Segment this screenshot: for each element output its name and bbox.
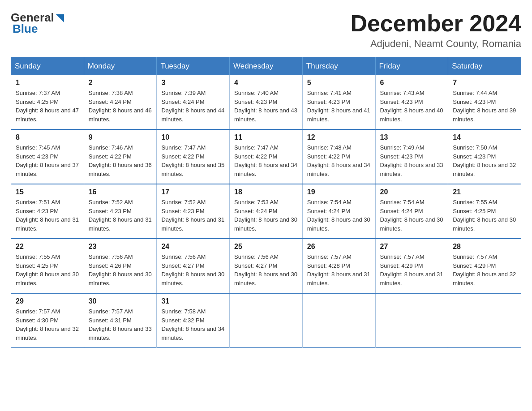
day-number: 2 <box>89 79 152 87</box>
calendar-day-cell: 23 Sunrise: 7:56 AM Sunset: 4:26 PM Dayl… <box>84 239 157 293</box>
day-number: 16 <box>89 188 152 196</box>
day-number: 24 <box>161 243 225 251</box>
day-number: 6 <box>380 79 444 87</box>
calendar-day-cell: 21 Sunrise: 7:55 AM Sunset: 4:25 PM Dayl… <box>448 184 521 239</box>
calendar-day-cell: 8 Sunrise: 7:45 AM Sunset: 4:23 PM Dayli… <box>11 129 84 184</box>
calendar-day-header: Tuesday <box>157 57 230 76</box>
day-number: 4 <box>234 79 298 87</box>
calendar-day-cell: 24 Sunrise: 7:56 AM Sunset: 4:27 PM Dayl… <box>157 239 230 293</box>
day-number: 15 <box>16 188 79 196</box>
day-number: 3 <box>161 79 225 87</box>
day-number: 29 <box>16 297 79 305</box>
day-number: 8 <box>16 133 79 141</box>
day-info: Sunrise: 7:46 AM Sunset: 4:22 PM Dayligh… <box>89 143 152 178</box>
calendar-table: SundayMondayTuesdayWednesdayThursdayFrid… <box>11 57 521 348</box>
day-number: 10 <box>161 133 225 141</box>
calendar-day-cell: 13 Sunrise: 7:49 AM Sunset: 4:23 PM Dayl… <box>375 129 448 184</box>
day-info: Sunrise: 7:54 AM Sunset: 4:24 PM Dayligh… <box>307 198 371 233</box>
calendar-day-cell: 19 Sunrise: 7:54 AM Sunset: 4:24 PM Dayl… <box>302 184 375 239</box>
day-info: Sunrise: 7:48 AM Sunset: 4:22 PM Dayligh… <box>307 143 371 178</box>
calendar-day-cell <box>375 293 448 348</box>
day-info: Sunrise: 7:37 AM Sunset: 4:25 PM Dayligh… <box>16 89 79 124</box>
calendar-day-cell: 11 Sunrise: 7:47 AM Sunset: 4:22 PM Dayl… <box>230 129 303 184</box>
calendar-day-cell: 25 Sunrise: 7:56 AM Sunset: 4:27 PM Dayl… <box>230 239 303 293</box>
calendar-day-cell: 20 Sunrise: 7:54 AM Sunset: 4:24 PM Dayl… <box>375 184 448 239</box>
calendar-day-cell: 18 Sunrise: 7:53 AM Sunset: 4:24 PM Dayl… <box>230 184 303 239</box>
day-info: Sunrise: 7:47 AM Sunset: 4:22 PM Dayligh… <box>161 143 225 178</box>
calendar-day-cell: 29 Sunrise: 7:57 AM Sunset: 4:30 PM Dayl… <box>11 293 84 348</box>
day-number: 21 <box>453 188 516 196</box>
calendar-day-cell: 12 Sunrise: 7:48 AM Sunset: 4:22 PM Dayl… <box>302 129 375 184</box>
day-info: Sunrise: 7:54 AM Sunset: 4:24 PM Dayligh… <box>380 198 444 233</box>
calendar-day-cell: 1 Sunrise: 7:37 AM Sunset: 4:25 PM Dayli… <box>11 75 84 129</box>
day-number: 17 <box>161 188 225 196</box>
day-info: Sunrise: 7:49 AM Sunset: 4:23 PM Dayligh… <box>380 143 444 178</box>
day-info: Sunrise: 7:57 AM Sunset: 4:31 PM Dayligh… <box>89 307 152 342</box>
logo-arrow-icon <box>55 13 65 23</box>
calendar-day-cell: 2 Sunrise: 7:38 AM Sunset: 4:24 PM Dayli… <box>84 75 157 129</box>
calendar-week-row: 15 Sunrise: 7:51 AM Sunset: 4:23 PM Dayl… <box>11 184 521 239</box>
calendar-day-cell: 7 Sunrise: 7:44 AM Sunset: 4:23 PM Dayli… <box>448 75 521 129</box>
calendar-week-row: 1 Sunrise: 7:37 AM Sunset: 4:25 PM Dayli… <box>11 75 521 129</box>
day-info: Sunrise: 7:56 AM Sunset: 4:27 PM Dayligh… <box>234 253 298 287</box>
calendar-day-cell: 3 Sunrise: 7:39 AM Sunset: 4:24 PM Dayli… <box>157 75 230 129</box>
day-number: 12 <box>307 133 371 141</box>
day-info: Sunrise: 7:43 AM Sunset: 4:23 PM Dayligh… <box>380 89 444 124</box>
day-info: Sunrise: 7:57 AM Sunset: 4:28 PM Dayligh… <box>307 253 371 287</box>
calendar-day-cell: 15 Sunrise: 7:51 AM Sunset: 4:23 PM Dayl… <box>11 184 84 239</box>
day-info: Sunrise: 7:53 AM Sunset: 4:24 PM Dayligh… <box>234 198 298 233</box>
calendar-day-header: Saturday <box>448 57 521 76</box>
day-info: Sunrise: 7:56 AM Sunset: 4:26 PM Dayligh… <box>89 253 152 287</box>
day-info: Sunrise: 7:38 AM Sunset: 4:24 PM Dayligh… <box>89 89 152 124</box>
day-info: Sunrise: 7:55 AM Sunset: 4:25 PM Dayligh… <box>16 253 79 287</box>
day-info: Sunrise: 7:39 AM Sunset: 4:24 PM Dayligh… <box>161 89 225 124</box>
day-number: 25 <box>234 243 298 251</box>
logo-blue-text: Blue <box>13 22 38 36</box>
month-title: December 2024 <box>350 11 521 36</box>
calendar-day-cell: 27 Sunrise: 7:57 AM Sunset: 4:29 PM Dayl… <box>375 239 448 293</box>
day-number: 20 <box>380 188 444 196</box>
calendar-week-row: 29 Sunrise: 7:57 AM Sunset: 4:30 PM Dayl… <box>11 293 521 348</box>
day-number: 18 <box>234 188 298 196</box>
calendar-day-cell <box>448 293 521 348</box>
day-number: 5 <box>307 79 371 87</box>
calendar-day-header: Sunday <box>11 57 84 76</box>
calendar-day-cell: 4 Sunrise: 7:40 AM Sunset: 4:23 PM Dayli… <box>230 75 303 129</box>
day-info: Sunrise: 7:50 AM Sunset: 4:23 PM Dayligh… <box>453 143 516 178</box>
calendar-header-row: SundayMondayTuesdayWednesdayThursdayFrid… <box>11 57 521 76</box>
calendar-day-cell: 26 Sunrise: 7:57 AM Sunset: 4:28 PM Dayl… <box>302 239 375 293</box>
calendar-day-cell: 28 Sunrise: 7:57 AM Sunset: 4:29 PM Dayl… <box>448 239 521 293</box>
day-info: Sunrise: 7:56 AM Sunset: 4:27 PM Dayligh… <box>161 253 225 287</box>
day-number: 27 <box>380 243 444 251</box>
calendar-day-cell: 17 Sunrise: 7:52 AM Sunset: 4:23 PM Dayl… <box>157 184 230 239</box>
calendar-day-cell: 16 Sunrise: 7:52 AM Sunset: 4:23 PM Dayl… <box>84 184 157 239</box>
day-info: Sunrise: 7:55 AM Sunset: 4:25 PM Dayligh… <box>453 198 516 233</box>
day-number: 23 <box>89 243 152 251</box>
calendar-day-cell: 6 Sunrise: 7:43 AM Sunset: 4:23 PM Dayli… <box>375 75 448 129</box>
calendar-day-cell: 5 Sunrise: 7:41 AM Sunset: 4:23 PM Dayli… <box>302 75 375 129</box>
title-section: December 2024 Adjudeni, Neamt County, Ro… <box>350 11 521 50</box>
svg-marker-0 <box>56 14 64 22</box>
day-number: 19 <box>307 188 371 196</box>
day-number: 30 <box>89 297 152 305</box>
day-info: Sunrise: 7:57 AM Sunset: 4:29 PM Dayligh… <box>453 253 516 287</box>
calendar-day-cell: 14 Sunrise: 7:50 AM Sunset: 4:23 PM Dayl… <box>448 129 521 184</box>
calendar-week-row: 8 Sunrise: 7:45 AM Sunset: 4:23 PM Dayli… <box>11 129 521 184</box>
page-header: General Blue December 2024 Adjudeni, Nea… <box>11 11 521 50</box>
calendar-day-cell: 30 Sunrise: 7:57 AM Sunset: 4:31 PM Dayl… <box>84 293 157 348</box>
day-info: Sunrise: 7:45 AM Sunset: 4:23 PM Dayligh… <box>16 143 79 178</box>
day-info: Sunrise: 7:47 AM Sunset: 4:22 PM Dayligh… <box>234 143 298 178</box>
logo: General Blue <box>11 11 65 36</box>
day-number: 31 <box>161 297 225 305</box>
day-info: Sunrise: 7:58 AM Sunset: 4:32 PM Dayligh… <box>161 307 225 342</box>
day-info: Sunrise: 7:44 AM Sunset: 4:23 PM Dayligh… <box>453 89 516 124</box>
day-number: 22 <box>16 243 79 251</box>
day-number: 9 <box>89 133 152 141</box>
day-info: Sunrise: 7:57 AM Sunset: 4:30 PM Dayligh… <box>16 307 79 342</box>
day-number: 7 <box>453 79 516 87</box>
calendar-day-cell <box>302 293 375 348</box>
calendar-day-header: Wednesday <box>230 57 303 76</box>
calendar-day-cell: 31 Sunrise: 7:58 AM Sunset: 4:32 PM Dayl… <box>157 293 230 348</box>
day-number: 26 <box>307 243 371 251</box>
calendar-day-cell: 9 Sunrise: 7:46 AM Sunset: 4:22 PM Dayli… <box>84 129 157 184</box>
